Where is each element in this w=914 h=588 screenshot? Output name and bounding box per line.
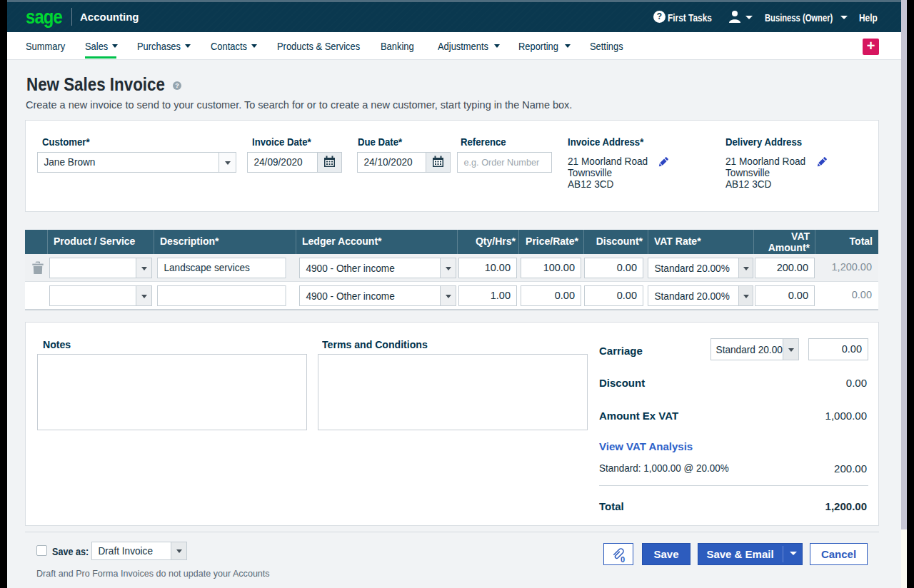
svg-text:0: 0 (621, 555, 625, 564)
